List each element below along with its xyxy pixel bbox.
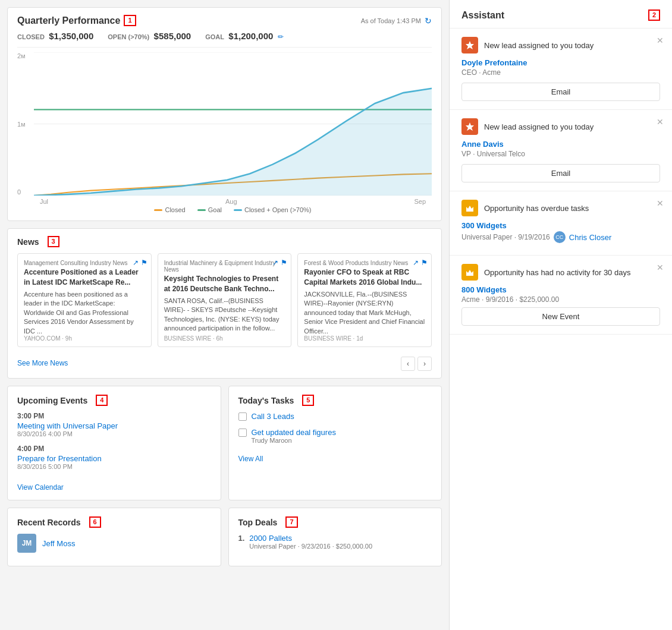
recent-name-1[interactable]: Jeff Moss xyxy=(42,539,75,548)
deal-1: 1. 2000 Pallets Universal Paper · 9/23/2… xyxy=(238,534,432,550)
svg-rect-10 xyxy=(466,275,473,276)
news-share-icon-3[interactable]: ↗ xyxy=(413,259,419,267)
events-title: Upcoming Events xyxy=(17,396,87,405)
assistant-email-button-2[interactable]: Email xyxy=(461,164,660,182)
news-source-3: Forest & Wood Products Industry News xyxy=(304,260,425,266)
assistant-card-4: ✕ Opportunity has had no activity for 30… xyxy=(450,256,672,335)
assistant-star-icon-2 xyxy=(461,118,478,135)
assistant-card-3-close[interactable]: ✕ xyxy=(657,199,664,208)
news-card-1: Management Consulting Industry News ↗ ⚑ … xyxy=(17,253,152,347)
svg-marker-6 xyxy=(466,122,474,131)
goal-edit-icon[interactable]: ✏ xyxy=(278,33,284,41)
news-flag-icon-2[interactable]: ⚑ xyxy=(281,259,287,267)
assistant-person-name-1[interactable]: Doyle Prefontaine xyxy=(461,58,660,67)
assistant-card-4-header: Opportunity has had no activity for 30 d… xyxy=(461,264,660,281)
assistant-card-2: ✕ New lead assigned to you today Anne Da… xyxy=(450,110,672,191)
recent-initials-1: JM xyxy=(22,539,32,547)
task-1: Call 3 Leads xyxy=(238,412,432,421)
news-footer-1: YAHOO.COM · 9h xyxy=(24,335,72,342)
news-flag-icon-3[interactable]: ⚑ xyxy=(421,259,428,267)
deals-title: Top Deals xyxy=(238,518,278,527)
badge-6: 6 xyxy=(89,516,101,528)
user-avatar-chris: CC xyxy=(554,231,566,243)
deal-1-link[interactable]: 2000 Pallets xyxy=(249,534,372,543)
closed-value: $1,350,000 xyxy=(49,31,93,41)
news-header: News 3 xyxy=(17,236,432,247)
news-card-2-actions: ↗ ⚑ xyxy=(272,259,287,267)
recent-avatar-1: JM xyxy=(17,534,36,553)
timestamp-text: As of Today 1:43 PM xyxy=(361,17,421,24)
assistant-star-icon-1 xyxy=(461,37,478,53)
view-calendar-link[interactable]: View Calendar xyxy=(17,483,64,492)
event-1-date: 8/30/2016 4:00 PM xyxy=(17,430,211,437)
event-1-time: 3:00 PM xyxy=(17,412,211,420)
view-all-tasks[interactable]: View All xyxy=(238,455,263,463)
assistant-opportunity-2[interactable]: 800 Widgets xyxy=(461,285,660,294)
event-2-date: 8/30/2016 5:00 PM xyxy=(17,463,211,470)
svg-marker-9 xyxy=(466,270,473,275)
news-share-icon-1[interactable]: ↗ xyxy=(133,259,139,267)
assistant-card-3-title: Opportunity has overdue tasks xyxy=(484,204,589,213)
task-2-checkbox[interactable] xyxy=(238,429,247,437)
chart-legend: Closed Goal Closed + Open (>70%) xyxy=(34,206,432,213)
event-2-time: 4:00 PM xyxy=(17,445,211,453)
event-1: 3:00 PM Meeting with Universal Paper 8/3… xyxy=(17,412,211,437)
news-source-2: Industrial Machinery & Equipment Industr… xyxy=(164,260,285,273)
recent-header: Recent Records 6 xyxy=(17,516,211,528)
performance-chart: 2м 1м 0 xyxy=(17,47,432,213)
task-2: Get updated deal figures Trudy Maroon xyxy=(238,428,432,444)
event-1-link[interactable]: Meeting with Universal Paper xyxy=(17,421,118,430)
assistant-card-2-header: New lead assigned to you today xyxy=(461,118,660,135)
news-cards-container: Management Consulting Industry News ↗ ⚑ … xyxy=(17,253,432,347)
news-prev-button[interactable]: ‹ xyxy=(401,357,415,371)
news-title: News xyxy=(17,237,39,247)
see-more-news[interactable]: See More News xyxy=(17,359,68,367)
assistant-user-link-1[interactable]: Chris Closer xyxy=(569,233,612,242)
assistant-opportunity-1-meta: Universal Paper · 9/19/2016 CC Chris Clo… xyxy=(461,231,660,243)
open-value: $585,000 xyxy=(154,31,191,41)
news-card-3-actions: ↗ ⚑ xyxy=(413,259,428,267)
legend-closed-open: Closed + Open (>70%) xyxy=(234,206,312,213)
assistant-panel: Assistant 2 ✕ New lead assigned to you t… xyxy=(449,0,672,630)
news-footer-2: BUSINESS WIRE · 6h xyxy=(164,335,223,342)
assistant-person-name-2[interactable]: Anne Davis xyxy=(461,140,660,149)
events-header: Upcoming Events 4 xyxy=(17,395,211,406)
tasks-header: Today's Tasks 5 xyxy=(238,395,432,406)
news-footer-3: BUSINESS WIRE · 1d xyxy=(304,335,363,342)
refresh-icon[interactable]: ↻ xyxy=(425,16,432,26)
assistant-card-1-close[interactable]: ✕ xyxy=(657,36,664,45)
news-headline-3: Rayonier CFO to Speak at RBC Capital Mar… xyxy=(304,267,425,288)
news-share-icon-2[interactable]: ↗ xyxy=(272,259,278,267)
closed-label: CLOSED xyxy=(17,33,45,40)
quarterly-performance-section: Quarterly Performance 1 As of Today 1:43… xyxy=(7,7,442,221)
task-1-label[interactable]: Call 3 Leads xyxy=(252,412,294,421)
assistant-opportunity-2-meta: Acme · 9/9/2016 · $225,000.00 xyxy=(461,295,660,304)
news-source-1: Management Consulting Industry News xyxy=(24,260,145,266)
assistant-card-2-title: New lead assigned to you today xyxy=(484,122,594,131)
assistant-email-button-1[interactable]: Email xyxy=(461,83,660,101)
news-headline-2: Keysight Technologies to Present at 2016… xyxy=(164,274,285,294)
legend-closed-open-label: Closed + Open (>70%) xyxy=(244,206,312,213)
legend-closed-open-dot xyxy=(234,209,242,211)
chart-svg-container xyxy=(34,52,432,196)
news-flag-icon-1[interactable]: ⚑ xyxy=(141,259,147,267)
news-section: News 3 Management Consulting Industry Ne… xyxy=(7,228,442,379)
news-card-3: Forest & Wood Products Industry News ↗ ⚑… xyxy=(297,253,432,347)
badge-2: 2 xyxy=(648,10,660,21)
legend-closed: Closed xyxy=(154,206,185,213)
event-2-link[interactable]: Prepare for Presentation xyxy=(17,454,102,463)
svg-marker-7 xyxy=(466,206,473,210)
assistant-card-2-close[interactable]: ✕ xyxy=(657,117,664,127)
goal-label: GOAL xyxy=(205,33,224,40)
bottom-grid: Upcoming Events 4 3:00 PM Meeting with U… xyxy=(7,386,442,566)
assistant-opportunity-1[interactable]: 300 Widgets xyxy=(461,221,660,230)
news-next-button[interactable]: › xyxy=(417,357,432,371)
task-2-label[interactable]: Get updated deal figures xyxy=(252,428,336,437)
assistant-card-4-close[interactable]: ✕ xyxy=(657,263,664,272)
assistant-card-1-header: New lead assigned to you today xyxy=(461,37,660,53)
news-body-3: JACKSONVILLE, Fla.--(BUSINESS WIRE)--Ray… xyxy=(304,290,425,336)
goal-value: $1,200,000 xyxy=(228,31,273,41)
recent-record-1: JM Jeff Moss xyxy=(17,534,211,553)
assistant-new-event-button[interactable]: New Event xyxy=(461,307,660,326)
task-1-checkbox[interactable] xyxy=(238,412,247,421)
